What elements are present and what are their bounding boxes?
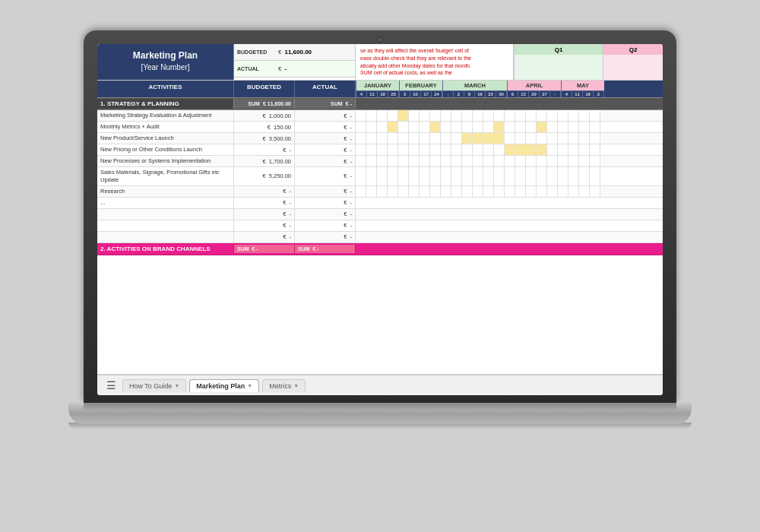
row-actual: € - <box>295 198 356 208</box>
sum-val3: € - <box>252 246 258 252</box>
spreadsheet-subtitle: [Year Number] <box>100 62 230 72</box>
budget-actual-block: BUDGETED € 11,600.00 ACTUAL € - <box>234 44 356 80</box>
actual-row: ACTUAL € - <box>234 61 355 78</box>
table-row: € - € - <box>97 209 663 220</box>
section1-header: 1. STRATEGY & PLANNING SUM € 11,600.00 S… <box>97 98 663 110</box>
laptop: Marketing Plan [Year Number] BUDGETED € … <box>68 30 692 502</box>
tab-how-to-guide[interactable]: How To Guide ▼ <box>122 379 186 392</box>
notice-line1: se as they will affect the overall 'budg… <box>360 47 508 55</box>
row-budgeted: € - <box>234 209 295 220</box>
table-row: Research € - € - <box>97 186 663 198</box>
row-label: Monthly Metrics + Audit <box>97 122 234 132</box>
tab-metrics[interactable]: Metrics ▼ <box>262 379 306 392</box>
sum-label4: SUM <box>298 246 310 252</box>
row-cells <box>356 220 663 231</box>
row-actual: € - <box>295 220 356 231</box>
feb-w4: 24 <box>432 91 442 97</box>
row-cells <box>356 156 663 166</box>
camera-icon <box>377 36 383 43</box>
row-budgeted: € - <box>234 186 295 197</box>
row-label: New Product/Service Launch <box>97 133 234 144</box>
row-actual: € - <box>295 144 356 155</box>
table-row: Sales Materials, Signage, Promotional Gi… <box>97 167 663 186</box>
row-actual: € - <box>295 156 356 166</box>
budgeted-currency: € <box>278 49 281 55</box>
q1-label: Q1 <box>515 44 603 55</box>
table-row: New Product/Service Launch € 3,500.00 € … <box>97 133 663 144</box>
col-actual: ACTUAL <box>295 81 356 97</box>
row-cells <box>356 144 663 155</box>
research-label: Research <box>97 186 234 197</box>
row-budgeted: € - <box>234 198 295 208</box>
row-budgeted: € 1,000.00 <box>234 110 295 121</box>
feb-w2: 10 <box>410 91 421 97</box>
spreadsheet: Marketing Plan [Year Number] BUDGETED € … <box>97 44 663 395</box>
budgeted-row: BUDGETED € 11,600.00 <box>234 44 355 61</box>
row-label <box>97 209 234 220</box>
sum-label1: SUM <box>248 101 260 106</box>
february-label: FEBRUARY <box>400 81 442 91</box>
row-label <box>97 220 234 231</box>
section1-sum-actual: SUM € - <box>295 99 356 109</box>
row-cells <box>356 133 663 144</box>
row-cells <box>356 198 663 208</box>
data-section: 1. STRATEGY & PLANNING SUM € 11,600.00 S… <box>97 98 663 374</box>
may-label: MAY <box>562 81 604 91</box>
table-row: New Pricing or Other Conditions Launch €… <box>97 144 663 156</box>
section2-label: 2. ACTIVITIES ON BRAND CHANNELS <box>97 244 234 254</box>
laptop-base <box>68 403 692 424</box>
row-budgeted: € 5,250.00 <box>234 167 295 185</box>
q2-label: Q2 <box>603 44 663 55</box>
tab-label: How To Guide <box>129 382 172 390</box>
section2-header: 2. ACTIVITIES ON BRAND CHANNELS SUM € - … <box>97 243 663 255</box>
row-actual: € - <box>295 122 356 132</box>
feb-w3: 17 <box>421 91 432 97</box>
notice-line4: SUM cell of actual costs, as well as the <box>360 69 508 77</box>
table-row: ... € - € - <box>97 198 663 209</box>
header-section: Marketing Plan [Year Number] BUDGETED € … <box>97 44 663 81</box>
row-budgeted: € - <box>234 220 295 231</box>
sum-actual-val: € - <box>346 101 352 106</box>
march-label: MARCH <box>443 81 507 91</box>
laptop-hinge <box>84 403 676 410</box>
row-label: New Processes or Systems Implementation <box>97 156 234 166</box>
row-cells <box>356 110 663 121</box>
january-label: JANUARY <box>356 81 399 91</box>
actual-label: ACTUAL <box>237 66 275 71</box>
row-cells <box>356 167 663 185</box>
screen: Marketing Plan [Year Number] BUDGETED € … <box>97 44 663 395</box>
budgeted-label: BUDGETED <box>237 49 275 55</box>
month-headers: JANUARY 4 11 18 25 FEBRUARY <box>356 81 663 97</box>
jan-w4: 25 <box>388 91 399 97</box>
row-label: New Pricing or Other Conditions Launch <box>97 144 234 155</box>
sum-label2: SUM <box>331 101 343 106</box>
section2-sum-budgeted: SUM € - <box>234 245 295 253</box>
tab-marketing-plan[interactable]: Marketing Plan ▼ <box>189 379 259 392</box>
may-col: MAY 4 11 18 2 <box>561 81 604 97</box>
title-block: Marketing Plan [Year Number] <box>97 44 234 80</box>
tab-label: Marketing Plan <box>196 382 245 390</box>
row-cells <box>356 186 663 197</box>
bottom-tabs: ☰ How To Guide ▼ Marketing Plan ▼ Metric… <box>97 374 663 395</box>
col-budgeted: BUDGETED <box>234 81 295 97</box>
tab-label: Metrics <box>269 382 291 390</box>
row-actual: € - <box>295 110 356 121</box>
quarter-headers: Q1 Q2 <box>514 44 663 80</box>
february-col: FEBRUARY 3 10 17 24 <box>399 81 442 97</box>
menu-icon[interactable]: ☰ <box>103 378 119 393</box>
row-label <box>97 232 234 242</box>
table-row: Marketing Strategy Evaluation & Adjustme… <box>97 110 663 122</box>
jan-w3: 18 <box>378 91 388 97</box>
row-cells <box>356 209 663 220</box>
actual-value: - <box>284 65 287 72</box>
col-activities: ACTIVITIES <box>97 81 234 97</box>
jan-w2: 11 <box>367 91 378 97</box>
sum-budgeted-val: € 11,600.00 <box>263 101 291 106</box>
row-actual: € - <box>295 232 356 242</box>
spreadsheet-title: Marketing Plan <box>100 50 230 62</box>
section1-label: 1. STRATEGY & PLANNING <box>97 99 234 109</box>
budgeted-value: 11,600.00 <box>284 49 312 55</box>
row-label: Sales Materials, Signage, Promotional Gi… <box>97 167 234 185</box>
row-actual: € - <box>295 186 356 197</box>
jan-w1: 4 <box>356 91 367 97</box>
